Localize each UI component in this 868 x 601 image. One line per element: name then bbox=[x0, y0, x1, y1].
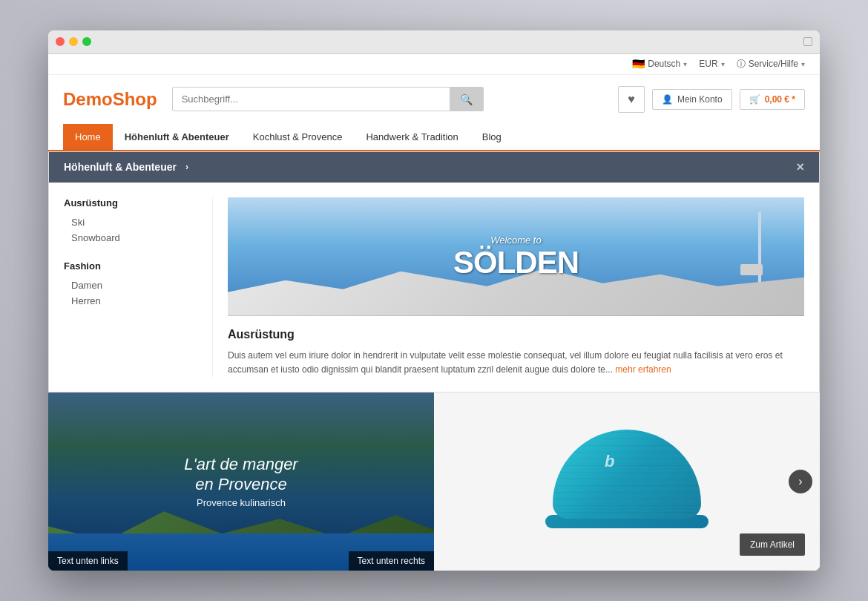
search-input[interactable] bbox=[173, 88, 450, 111]
menu-link-ski[interactable]: Ski bbox=[64, 214, 197, 230]
promo-text: Welcome to SÖLDEN bbox=[453, 234, 579, 278]
page-content: L'art de mangeren Provence Provence kuli… bbox=[48, 393, 820, 571]
scroll-next-button[interactable]: › bbox=[789, 470, 812, 493]
logo-accent: Shop bbox=[113, 89, 157, 109]
currency-label: EUR bbox=[699, 59, 717, 69]
mega-menu-sidebar: Ausrüstung Ski Snowboard Fashion Damen H… bbox=[64, 197, 212, 377]
main-navigation: Home Höhenluft & Abenteuer Kochlust & Pr… bbox=[48, 124, 820, 151]
cart-button[interactable]: 🛒 0,00 € * bbox=[740, 89, 805, 110]
mega-menu-body: Ausrüstung Ski Snowboard Fashion Damen H… bbox=[49, 183, 819, 392]
section-title-fashion: Fashion bbox=[64, 260, 197, 272]
service-label: Service/Hilfe bbox=[749, 59, 798, 69]
flag-icon: 🇩🇪 bbox=[632, 58, 645, 70]
header-actions: ♥ 👤 Mein Konto 🛒 0,00 € * bbox=[618, 86, 805, 113]
site-header: DemoShop 🔍 ♥ 👤 Mein Konto 🛒 0,00 € * bbox=[48, 75, 820, 124]
product-image: b bbox=[545, 415, 708, 548]
hat-logo: b bbox=[605, 452, 614, 471]
minimize-button[interactable] bbox=[69, 37, 78, 46]
promo-bottom-left: Text unten links bbox=[48, 551, 128, 571]
window-control[interactable] bbox=[803, 37, 812, 46]
nav-item-blog[interactable]: Blog bbox=[470, 124, 513, 151]
hat-body: b bbox=[553, 430, 701, 519]
nav-item-handwerk[interactable]: Handwerk & Tradition bbox=[354, 124, 470, 151]
nav-item-hoehenluft[interactable]: Höhenluft & Abenteuer bbox=[113, 124, 241, 151]
user-icon: 👤 bbox=[662, 94, 673, 105]
logo-main: Demo bbox=[63, 89, 113, 109]
top-bar: 🇩🇪 Deutsch ▾ EUR ▾ ⓘ Service/Hilfe ▾ bbox=[48, 54, 820, 75]
nav-item-home[interactable]: Home bbox=[63, 124, 113, 151]
chevron-down-icon: ▾ bbox=[801, 60, 805, 68]
nav-item-kochlust[interactable]: Kochlust & Provence bbox=[241, 124, 355, 151]
provence-promo-card[interactable]: L'art de mangeren Provence Provence kuli… bbox=[48, 393, 434, 571]
site-logo[interactable]: DemoShop bbox=[63, 89, 157, 110]
chevron-down-icon: ▾ bbox=[683, 60, 687, 68]
section-title-ausruestung: Ausrüstung bbox=[64, 197, 197, 208]
mega-menu-title-area: Höhenluft & Abenteuer › bbox=[64, 161, 188, 173]
language-selector[interactable]: 🇩🇪 Deutsch ▾ bbox=[632, 58, 687, 70]
mehr-erfahren-link[interactable]: mehr erfahren bbox=[615, 364, 671, 375]
service-link[interactable]: ⓘ Service/Hilfe ▾ bbox=[737, 58, 805, 70]
search-button[interactable]: 🔍 bbox=[450, 88, 483, 111]
mega-menu-close-button[interactable]: × bbox=[796, 160, 804, 175]
maximize-button[interactable] bbox=[82, 37, 91, 46]
promo-overlay: L'art de mangeren Provence Provence kuli… bbox=[48, 393, 434, 571]
search-bar: 🔍 bbox=[172, 87, 484, 111]
language-label: Deutsch bbox=[648, 59, 680, 69]
product-card: b › Zum Artikel bbox=[434, 393, 820, 571]
cart-price: 0,00 € * bbox=[765, 94, 795, 105]
mega-menu-title: Höhenluft & Abenteuer bbox=[64, 161, 177, 173]
zum-artikel-button[interactable]: Zum Artikel bbox=[740, 533, 805, 556]
mega-menu-content: Welcome to SÖLDEN Ausrüstung Duis autem … bbox=[212, 197, 804, 377]
promo-title: SÖLDEN bbox=[453, 247, 579, 278]
info-icon: ⓘ bbox=[737, 58, 746, 70]
mega-menu: Höhenluft & Abenteuer › × Ausrüstung Ski… bbox=[48, 151, 820, 393]
menu-link-snowboard[interactable]: Snowboard bbox=[64, 230, 197, 246]
menu-link-herren[interactable]: Herren bbox=[64, 293, 197, 309]
content-section-title: Ausrüstung bbox=[228, 328, 804, 341]
account-button[interactable]: 👤 Mein Konto bbox=[652, 89, 732, 110]
promo-card-subtitle: Provence kulinarisch bbox=[197, 497, 286, 508]
mega-menu-header: Höhenluft & Abenteuer › × bbox=[49, 152, 819, 183]
heart-icon: ♥ bbox=[628, 93, 635, 106]
close-button[interactable] bbox=[56, 37, 65, 46]
wishlist-button[interactable]: ♥ bbox=[618, 86, 645, 113]
content-text: Duis autem vel eum iriure dolor in hendr… bbox=[228, 349, 804, 377]
account-label: Mein Konto bbox=[677, 94, 723, 105]
promo-banner: Welcome to SÖLDEN bbox=[228, 197, 804, 316]
shop-container: 🇩🇪 Deutsch ▾ EUR ▾ ⓘ Service/Hilfe ▾ Dem… bbox=[48, 54, 820, 571]
promo-card-title: L'art de mangeren Provence bbox=[184, 455, 297, 494]
promo-bottom-right: Text unten rechts bbox=[349, 551, 434, 571]
hat-container: b bbox=[553, 430, 701, 526]
menu-link-damen[interactable]: Damen bbox=[64, 277, 197, 293]
currency-selector[interactable]: EUR ▾ bbox=[699, 59, 724, 69]
chevron-right-icon: › bbox=[185, 162, 188, 172]
cart-icon: 🛒 bbox=[749, 94, 760, 105]
chevron-down-icon: ▾ bbox=[721, 60, 725, 68]
